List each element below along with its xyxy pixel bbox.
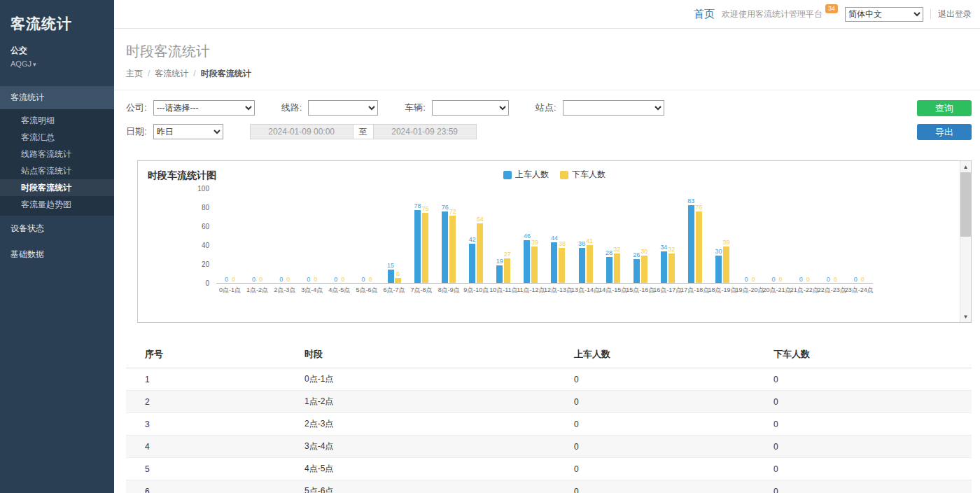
y-axis-tick: 80 xyxy=(202,204,209,211)
bar xyxy=(668,254,675,284)
language-select[interactable]: 简体中文 xyxy=(845,7,923,22)
bar-value-label: 32 xyxy=(668,246,675,253)
station-filter: 站点: xyxy=(536,100,664,116)
breadcrumb-home[interactable]: 主页 xyxy=(126,69,143,78)
legend-label-boarding: 上车人数 xyxy=(515,169,549,181)
bar xyxy=(696,211,702,284)
x-axis-label: 15点-16点 xyxy=(626,286,654,294)
x-axis-label: 13点-14点 xyxy=(571,286,600,294)
table-cell: 0 xyxy=(574,391,774,413)
breadcrumb-separator: / xyxy=(148,69,150,78)
x-axis-label: 18点-19点 xyxy=(708,286,736,294)
x-axis-label: 5点-6点 xyxy=(356,286,377,294)
table-cell: 1 xyxy=(126,368,304,391)
column-header-period: 时段 xyxy=(304,341,574,368)
bar xyxy=(587,245,593,284)
bar-group: 1566点-7点 xyxy=(380,189,407,294)
x-axis-label: 7点-8点 xyxy=(411,286,433,294)
bar xyxy=(388,270,394,284)
breadcrumb: 主页/客流统计/时段客流统计 xyxy=(126,68,972,80)
legend-label-alighting: 下车人数 xyxy=(572,169,606,181)
x-axis-label: 17点-18点 xyxy=(680,286,709,294)
bar-group: 0019点-20点 xyxy=(736,189,763,294)
y-axis-tick: 0 xyxy=(205,280,209,287)
logout-link[interactable]: 退出登录 xyxy=(938,8,972,20)
x-axis-label: 16点-17点 xyxy=(653,286,682,294)
sidebar: 客流统计 公交 AQGJ▾ 客流统计 客流明细 客流汇总 线路客流统计 站点客流… xyxy=(0,0,114,493)
table-cell: 2点-3点 xyxy=(304,413,574,436)
bar-value-label: 75 xyxy=(422,205,429,212)
y-axis-tick: 60 xyxy=(202,223,209,230)
table-row: 43点-4点00 xyxy=(126,436,972,458)
bar-group: 463911点-12点 xyxy=(517,189,545,294)
line-label: 线路: xyxy=(281,102,302,114)
table-header-row: 序号 时段 上车人数 下车人数 xyxy=(126,341,972,368)
chart-scrollbar[interactable]: ▲ ▼ xyxy=(960,161,971,322)
table-cell: 0 xyxy=(574,436,774,458)
bar-value-label: 0 xyxy=(259,276,262,283)
date-to-input[interactable] xyxy=(373,124,477,139)
scroll-up-icon[interactable]: ▲ xyxy=(960,161,971,172)
filter-row-2: 日期: 昨日 至 xyxy=(126,124,691,139)
bar-group: 343216点-17点 xyxy=(654,189,681,294)
date-from-input[interactable] xyxy=(250,124,354,139)
bar xyxy=(551,242,557,284)
legend-item-boarding[interactable]: 上车人数 xyxy=(503,169,549,181)
bar-value-label: 0 xyxy=(752,276,755,283)
line-select[interactable] xyxy=(308,100,378,116)
table-cell: 0 xyxy=(774,458,972,480)
bar-group: 42649点-10点 xyxy=(463,189,490,294)
topbar: 首页 欢迎使用客流统计管理平台 34 简体中文 退出登录 xyxy=(114,0,980,29)
table-cell: 5 xyxy=(126,458,304,480)
home-link[interactable]: 首页 xyxy=(694,8,715,21)
x-axis-label: 21点-22点 xyxy=(790,286,819,294)
station-select[interactable] xyxy=(563,100,664,116)
sidebar-item-period-stats[interactable]: 时段客流统计 xyxy=(0,179,114,196)
company-filter: 公司: ---请选择--- xyxy=(126,100,255,116)
bar-group: 192710点-11点 xyxy=(490,189,517,294)
bar xyxy=(715,256,722,284)
scrollbar-thumb[interactable] xyxy=(960,172,971,237)
bar xyxy=(449,216,456,284)
bar-group: 000点-1点 xyxy=(216,189,244,294)
bar-value-label: 38 xyxy=(578,240,585,247)
legend-swatch-alighting xyxy=(560,171,568,179)
chart-card: 时段车流统计图 上车人数 下车人数 020406080100 000点-1点 xyxy=(137,160,972,323)
export-button[interactable]: 导出 xyxy=(917,124,972,140)
x-axis-label: 20点-21点 xyxy=(763,286,792,294)
period-stats-table: 序号 时段 上车人数 下车人数 10点-1点0021点-2点0032点-3点00… xyxy=(126,341,972,493)
bar-value-label: 30 xyxy=(715,248,722,255)
date-range: 至 xyxy=(250,124,477,139)
sidebar-item-station-stats[interactable]: 站点客流统计 xyxy=(0,162,114,179)
sidebar-item-passenger-stats[interactable]: 客流统计 xyxy=(0,86,114,109)
sidebar-item-base-data[interactable]: 基础数据 xyxy=(0,242,114,268)
vehicle-select[interactable] xyxy=(432,100,509,116)
query-button[interactable]: 查询 xyxy=(917,100,972,116)
breadcrumb-passenger-stats[interactable]: 客流统计 xyxy=(155,69,188,78)
sidebar-item-line-stats[interactable]: 线路客流统计 xyxy=(0,146,114,162)
y-axis-tick: 20 xyxy=(202,261,209,268)
company-label: 公司: xyxy=(126,102,147,114)
sidebar-item-passenger-detail[interactable]: 客流明细 xyxy=(0,112,114,129)
legend-item-alighting[interactable]: 下车人数 xyxy=(560,169,606,181)
sidebar-item-passenger-summary[interactable]: 客流汇总 xyxy=(0,129,114,146)
date-preset-select[interactable]: 昨日 xyxy=(153,124,223,139)
x-axis-label: 9点-10点 xyxy=(463,286,489,294)
legend-swatch-boarding xyxy=(503,171,512,179)
x-axis-label: 3点-4点 xyxy=(301,286,323,294)
sidebar-item-device-status[interactable]: 设备状态 xyxy=(0,216,114,242)
bar-value-label: 0 xyxy=(252,276,255,283)
org-selector[interactable]: AQGJ▾ xyxy=(10,60,114,68)
bar-group: 0020点-21点 xyxy=(764,189,791,294)
bar-value-label: 42 xyxy=(469,236,476,243)
company-select[interactable]: ---请选择--- xyxy=(153,100,255,116)
table-cell: 6 xyxy=(126,480,304,493)
table-cell: 3点-4点 xyxy=(304,436,574,458)
y-axis: 020406080100 xyxy=(138,189,216,284)
bar-group: 283214点-15点 xyxy=(599,189,626,294)
scroll-down-icon[interactable]: ▼ xyxy=(960,311,971,322)
table-row: 65点-6点00 xyxy=(126,480,972,493)
notification-badge[interactable]: 34 xyxy=(825,4,838,13)
sidebar-item-trend-chart[interactable]: 客流量趋势图 xyxy=(0,196,114,213)
main-area: 首页 欢迎使用客流统计管理平台 34 简体中文 退出登录 时段客流统计 主页/客… xyxy=(114,0,980,493)
